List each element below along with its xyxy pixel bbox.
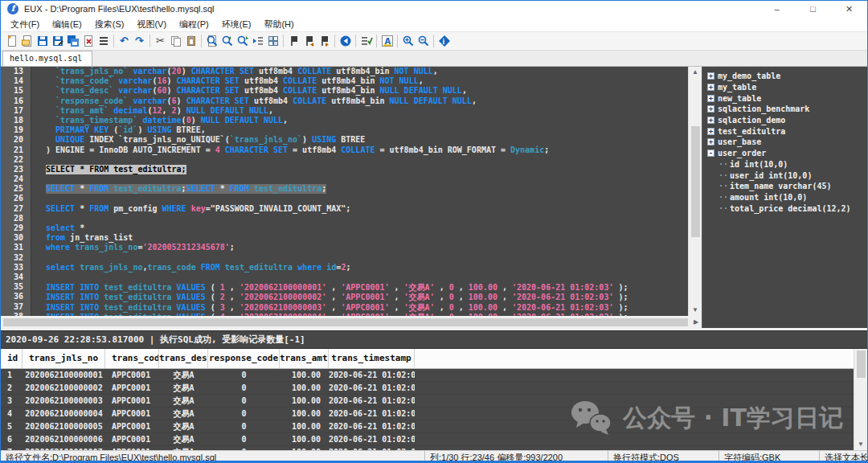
menu-item-0[interactable]: 文件(F)	[4, 18, 46, 31]
tree-child-item[interactable]: ··total_price decimal(12,2)	[707, 203, 867, 214]
minimize-button[interactable]: –	[759, 1, 795, 17]
editor-horizontal-scrollbar[interactable]: ▶	[1, 316, 702, 328]
paste-icon[interactable]	[183, 34, 199, 48]
column-header-trans_code[interactable]: trans_code	[105, 349, 159, 368]
collapse-icon[interactable]: -	[707, 150, 714, 157]
menu-item-2[interactable]: 搜索(S)	[88, 18, 131, 31]
tree-child-item[interactable]: ··item_name varchar(45)	[707, 181, 867, 192]
expand-icon[interactable]: +	[707, 128, 714, 135]
maximize-button[interactable]: □	[795, 1, 831, 17]
cell: 5	[1, 420, 23, 432]
cut-icon[interactable]: ✂	[153, 34, 168, 48]
table-row[interactable]: 22020062100000002APPC0001交易A0100.002020-…	[1, 382, 867, 395]
tab-hello-mysql-sql[interactable]: hello.mysql.sql	[2, 51, 92, 66]
column-header-id[interactable]: id	[1, 349, 23, 368]
editor-vscroll-thumb[interactable]	[691, 126, 700, 237]
editor-hscroll-thumb[interactable]	[3, 318, 688, 326]
bookmark-icon[interactable]	[286, 34, 301, 48]
bookmark-prev-icon[interactable]	[301, 34, 317, 48]
table-row[interactable]: 12020062100000001APPC0001交易A0100.002020-…	[1, 369, 867, 382]
goto-line-icon[interactable]	[250, 34, 265, 48]
zoom-in-icon[interactable]	[400, 34, 416, 48]
code-line: `trans_desc` varchar(60) CHARACTER SET u…	[46, 86, 688, 96]
line-list-icon[interactable]	[96, 34, 111, 48]
find-icon[interactable]	[204, 34, 219, 48]
code-line: SELECT * FROM test_editultra;SELECT * FR…	[46, 184, 688, 194]
new-file-icon[interactable]	[4, 34, 19, 48]
expand-icon[interactable]: +	[707, 95, 714, 102]
save-as-icon[interactable]	[50, 34, 65, 48]
menu-item-1[interactable]: 编辑(E)	[46, 18, 88, 31]
scroll-up-icon[interactable]: ▲	[692, 67, 698, 78]
close-file-icon[interactable]	[80, 34, 96, 48]
column-header-trans_jnls_no[interactable]: trans_jnls_no	[23, 349, 105, 368]
menu-item-6[interactable]: 帮助(H)	[257, 18, 300, 31]
cell: 2020062100000001	[23, 369, 105, 381]
tree-item-sqlaction_demo[interactable]: +sqlaction_demo	[707, 115, 867, 126]
open-file-icon[interactable]	[19, 34, 35, 48]
results-vscroll-thumb[interactable]	[857, 350, 866, 378]
watermark: 公众号 · IT学习日记	[570, 400, 843, 436]
tree-item-label: my_table	[718, 83, 756, 92]
tree-child-item[interactable]: ··amount int(10,0)	[707, 192, 867, 203]
about-icon[interactable]: i	[436, 34, 452, 48]
find-prev-icon[interactable]	[219, 34, 235, 48]
expand-icon[interactable]: +	[707, 105, 714, 113]
column-header-trans_amt[interactable]: trans_amt	[280, 349, 329, 368]
zoom-out-icon[interactable]	[416, 34, 431, 48]
column-header-response_code[interactable]: response_code	[208, 349, 280, 368]
bookmark-next-icon[interactable]	[317, 34, 332, 48]
code-text: from jn_trans_list	[46, 233, 133, 243]
expand-icon[interactable]: +	[707, 72, 714, 80]
back-icon[interactable]	[338, 34, 353, 48]
tree-item-sqlaction_benchmark[interactable]: +sqlaction_benchmark	[707, 104, 867, 115]
code-text: ) ENGINE = InnoDB AUTO_INCREMENT = 4 CHA…	[46, 145, 549, 155]
tree-item-user_base[interactable]: +user_base	[707, 137, 867, 148]
table-row[interactable]: 72020062100000007APPC0001交易A0100.002020-…	[1, 446, 867, 450]
redo-icon[interactable]: ↷	[132, 34, 147, 48]
tree-item-test_editultra[interactable]: +test_editultra	[707, 125, 867, 137]
scroll-right-icon[interactable]: ▶	[690, 318, 702, 326]
column-header-trans_desc[interactable]: trans_desc	[159, 349, 208, 368]
expand-icon[interactable]: +	[707, 138, 714, 145]
column-header-trans_timestamp[interactable]: trans_timestamp	[329, 349, 415, 368]
menu-item-4[interactable]: 编程(P)	[173, 18, 215, 31]
expand-icon[interactable]: +	[707, 117, 714, 124]
code-text: INSERT INTO test_editultra VALUES ( 2 , …	[46, 292, 628, 301]
tree-item-new_table[interactable]: +new_table	[707, 92, 867, 104]
save-icon[interactable]	[35, 34, 50, 48]
line-number: 24	[1, 174, 23, 184]
syntax-highlight-icon[interactable]: A	[379, 34, 395, 48]
save-all-icon[interactable]	[65, 34, 80, 48]
cell: 6	[1, 433, 23, 445]
code-line: `response_code` varchar(6) CHARACTER SET…	[46, 96, 688, 106]
code-text: `trans_timestamp` datetime(0) NULL DEFAU…	[46, 116, 288, 125]
cell: APPC0001	[105, 420, 159, 432]
tree-item-my_table[interactable]: +my_table	[707, 82, 867, 93]
menu-item-5[interactable]: 环境(E)	[215, 18, 258, 31]
svg-text:i: i	[442, 39, 444, 46]
results-vertical-scrollbar[interactable]: ▼	[854, 349, 867, 450]
tree-item-user_order[interactable]: -user_order	[707, 148, 867, 159]
line-number: 17	[1, 106, 23, 116]
sql-code-editor[interactable]: `trans_jnls_no` varchar(20) CHARACTER SE…	[31, 67, 688, 316]
find-next-icon[interactable]	[235, 34, 250, 48]
replace-icon[interactable]	[265, 34, 280, 48]
validate-list-icon[interactable]	[358, 34, 374, 48]
copy-icon[interactable]	[168, 34, 183, 48]
menu-item-3[interactable]: 视图(V)	[130, 18, 173, 31]
editor-vertical-scrollbar[interactable]: ▲ ▼	[688, 67, 702, 316]
code-text: where trans_jnls_no='2020052312345678';	[46, 243, 235, 252]
tree-child-label: id int(10,0)	[730, 160, 788, 169]
tree-item-my_demo_table[interactable]: +my_demo_table	[707, 71, 867, 82]
results-scroll-down-icon[interactable]: ▼	[858, 439, 864, 450]
tree-child-item[interactable]: ··user_id int(10,0)	[707, 170, 867, 181]
scroll-down-icon[interactable]: ▼	[692, 305, 698, 316]
cell: 2020-06-21 01:02:03	[329, 420, 415, 432]
close-button[interactable]: ✕	[831, 1, 867, 17]
code-text: select *	[46, 223, 84, 233]
toolbar: ↶↷✂Ai	[1, 32, 867, 51]
undo-icon[interactable]: ↶	[117, 34, 132, 48]
tree-child-item[interactable]: ··id int(10,0)	[707, 159, 867, 170]
expand-icon[interactable]: +	[707, 84, 714, 91]
